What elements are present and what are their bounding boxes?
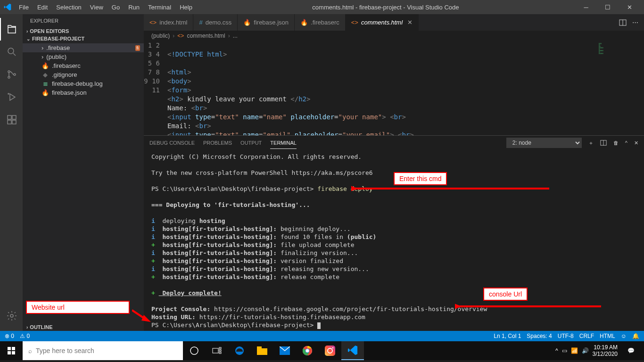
status-bar: ⊗ 0 ⚠ 0 Ln 1, Col 1 Spaces: 4 UTF-8 CRLF… — [0, 331, 644, 341]
menu-selection[interactable]: Selection — [52, 2, 85, 13]
tab-firebaserc[interactable]: 🔥.firebaserc — [295, 14, 346, 31]
tab-firebase-json[interactable]: 🔥firebase.json — [238, 14, 295, 31]
explorer-icon[interactable] — [0, 18, 23, 41]
extensions-icon[interactable] — [0, 108, 23, 131]
close-button[interactable]: ✕ — [619, 0, 640, 14]
maximize-button[interactable]: ☐ — [597, 0, 619, 14]
svg-rect-28 — [257, 346, 262, 349]
tree-item-firebase-json[interactable]: 🔥firebase.json — [23, 88, 144, 97]
svg-point-4 — [8, 93, 9, 94]
terminal-selector[interactable]: 2: node — [506, 138, 582, 148]
outline-section[interactable]: ›Outline — [23, 323, 144, 331]
panel-tab-terminal[interactable]: Terminal — [270, 137, 297, 149]
svg-point-1 — [8, 71, 10, 73]
status-notifications-icon[interactable]: 🔔 — [632, 333, 639, 339]
minimap[interactable]: ██████████████████████████████████████ — [597, 41, 644, 135]
edge-icon[interactable] — [228, 341, 251, 360]
close-panel-icon[interactable]: ✕ — [634, 140, 638, 146]
editor-tabs: <>index.html #demo.css 🔥firebase.json 🔥.… — [144, 14, 644, 31]
menu-file[interactable]: File — [15, 2, 33, 13]
status-eol[interactable]: CRLF — [579, 333, 594, 339]
system-tray[interactable]: ^ ▭ 📶 🔊 10:19 AM 3/12/2020 💬 — [552, 341, 644, 360]
menu-edit[interactable]: Edit — [33, 2, 51, 13]
tab-demo-css[interactable]: #demo.css — [193, 14, 238, 31]
minimize-button[interactable]: ─ — [575, 0, 597, 14]
project-section[interactable]: ⌄firebase-project — [23, 35, 144, 42]
svg-rect-17 — [8, 347, 11, 350]
svg-marker-16 — [141, 315, 151, 322]
debug-icon[interactable] — [0, 86, 23, 108]
tree-item-public-folder[interactable]: ›(public) — [23, 52, 144, 61]
tray-chevron-icon[interactable]: ^ — [555, 347, 558, 354]
tree-item-debug-log[interactable]: ≣firebase-debug.log — [23, 79, 144, 88]
file-explorer-icon[interactable] — [251, 341, 273, 360]
status-feedback-icon[interactable]: ☺ — [621, 333, 627, 339]
menu-go[interactable]: Go — [108, 2, 124, 13]
open-editors-section[interactable]: ›Open Editors — [23, 27, 144, 35]
close-icon[interactable]: ✕ — [407, 19, 413, 26]
split-editor-icon[interactable] — [619, 19, 627, 26]
taskbar-search[interactable]: ⌕ — [23, 341, 183, 360]
svg-rect-34 — [325, 346, 335, 356]
breadcrumb[interactable]: (public)› <>comments.html› ... — [144, 31, 644, 41]
titlebar: File Edit Selection View Go Run Terminal… — [0, 0, 644, 14]
annotation-arrow-cmd — [351, 184, 549, 193]
svg-point-2 — [8, 76, 10, 78]
start-button[interactable] — [0, 341, 23, 360]
taskbar-clock[interactable]: 10:19 AM 3/12/2020 — [593, 344, 618, 357]
status-warnings[interactable]: ⚠ 0 — [20, 333, 30, 339]
svg-point-3 — [14, 74, 16, 75]
kill-terminal-icon[interactable]: 🗑 — [613, 140, 619, 146]
svg-point-0 — [8, 48, 14, 54]
status-line-col[interactable]: Ln 1, Col 1 — [494, 333, 521, 339]
svg-point-9 — [10, 314, 13, 317]
menu-run[interactable]: Run — [124, 2, 143, 13]
svg-rect-6 — [8, 120, 11, 124]
instagram-icon[interactable] — [319, 341, 341, 360]
chrome-icon[interactable] — [296, 341, 319, 360]
tab-index-html[interactable]: <>index.html — [144, 14, 193, 31]
wifi-icon[interactable]: 📶 — [571, 347, 578, 354]
cortana-icon[interactable] — [183, 341, 206, 360]
tab-comments-html[interactable]: <>comments.html✕ — [346, 14, 419, 31]
search-input[interactable] — [36, 347, 177, 354]
battery-icon[interactable]: ▭ — [562, 347, 567, 354]
sidebar-title: Explorer — [23, 14, 144, 27]
settings-gear-icon[interactable] — [0, 304, 23, 327]
tree-item-firebase-folder[interactable]: ›.firebasefi — [23, 43, 144, 52]
line-gutter: 1 2 3 4 5 6 7 8 9 10 11 — [144, 41, 167, 135]
search-icon[interactable] — [0, 41, 23, 63]
tree-item-firebaserc[interactable]: 🔥.firebaserc — [23, 61, 144, 70]
svg-rect-22 — [213, 348, 218, 353]
svg-point-36 — [332, 347, 334, 349]
mail-icon[interactable] — [273, 341, 296, 360]
window-title: comments.html - firebase-project - Visua… — [196, 4, 575, 11]
source-control-icon[interactable] — [0, 63, 23, 86]
vscode-taskbar-icon[interactable] — [341, 341, 364, 360]
status-spaces[interactable]: Spaces: 4 — [527, 333, 552, 339]
activity-bar — [0, 14, 23, 331]
code-editor[interactable]: 1 2 3 4 5 6 7 8 9 10 11 <!DOCTYPE html> … — [144, 41, 644, 135]
panel-tab-problems[interactable]: Problems — [203, 137, 232, 148]
panel-tab-debug[interactable]: Debug Console — [149, 137, 195, 148]
maximize-panel-icon[interactable]: ^ — [625, 140, 627, 146]
menu-view[interactable]: View — [86, 2, 107, 13]
action-center-icon[interactable]: 💬 — [621, 341, 640, 360]
windows-taskbar: ⌕ ^ ▭ 📶 🔊 10:19 AM 3/12/2020 💬 — [0, 341, 644, 360]
task-view-icon[interactable] — [206, 341, 228, 360]
menu-help[interactable]: Help — [176, 2, 196, 13]
tree-item-gitignore[interactable]: ◆.gitignore — [23, 70, 144, 79]
code-content[interactable]: <!DOCTYPE html> <html> <body> <form> <h2… — [167, 41, 644, 135]
status-errors[interactable]: ⊗ 0 — [5, 333, 14, 339]
more-actions-icon[interactable]: ⋯ — [632, 19, 638, 26]
status-language[interactable]: HTML — [600, 333, 615, 339]
annotation-website-url: Website url — [26, 301, 130, 314]
panel-tab-output[interactable]: Output — [240, 137, 262, 148]
new-terminal-icon[interactable]: ＋ — [588, 140, 594, 147]
search-icon: ⌕ — [28, 347, 32, 354]
svg-rect-8 — [12, 115, 16, 119]
menu-terminal[interactable]: Terminal — [144, 2, 175, 13]
volume-icon[interactable]: 🔊 — [582, 347, 589, 354]
split-terminal-icon[interactable] — [600, 140, 607, 146]
status-encoding[interactable]: UTF-8 — [558, 333, 574, 339]
